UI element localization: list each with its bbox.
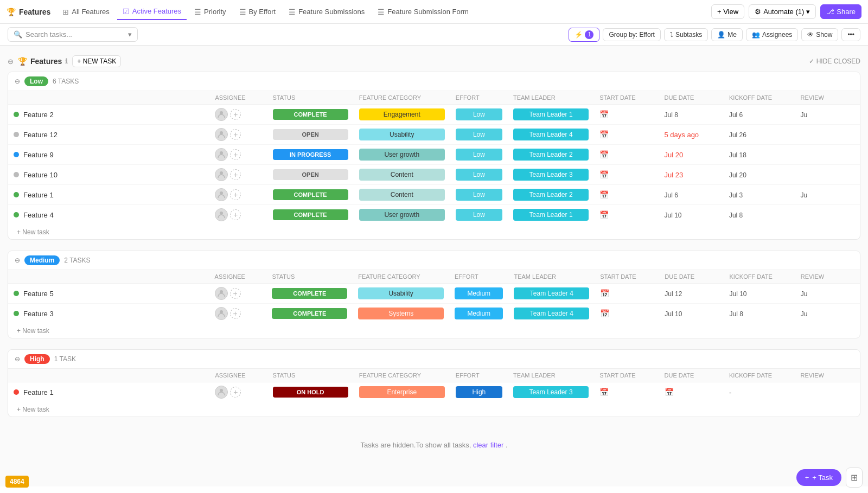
add-assignee-icon[interactable]: + — [230, 129, 241, 140]
effort-badge: Low — [456, 108, 502, 120]
add-assignee-icon[interactable]: + — [230, 209, 241, 220]
category-cell: Usability — [353, 284, 449, 304]
task-name[interactable]: Feature 4 — [23, 211, 54, 219]
add-task-button[interactable]: + + Task — [796, 469, 841, 486]
search-icon: 🔍 — [14, 30, 22, 39]
collapse-icon-high[interactable]: ⊖ — [15, 355, 20, 363]
more-options-chip[interactable]: ••• — [841, 28, 860, 41]
tab-feature-submission-form[interactable]: ☰ Feature Submission Form — [372, 4, 474, 20]
task-name[interactable]: Feature 10 — [23, 171, 58, 179]
effort-cell: High — [450, 382, 508, 402]
view-button[interactable]: + View — [711, 4, 744, 19]
start-date-calendar-icon[interactable]: 📅 — [599, 210, 609, 219]
task-status-dot — [14, 311, 19, 316]
start-date-cell: 📅 — [594, 165, 659, 185]
me-chip[interactable]: 👤 Me — [711, 28, 743, 41]
show-chip[interactable]: 👁 Show — [801, 28, 838, 41]
grid-view-button[interactable]: ⊞ — [846, 468, 863, 486]
grid-icon: ⊞ — [851, 473, 858, 482]
task-name[interactable]: Feature 3 — [23, 310, 54, 318]
tab-active-features[interactable]: ☑ Active Features — [117, 4, 187, 20]
add-assignee-icon[interactable]: + — [230, 149, 241, 160]
share-label: Share — [837, 8, 856, 16]
add-assignee-icon[interactable]: + — [230, 288, 241, 299]
kickoff-date-cell: Jul 18 — [724, 145, 795, 165]
share-button[interactable]: ⎇ Share — [820, 4, 861, 19]
status-cell: IN PROGRESS — [267, 145, 354, 165]
task-name[interactable]: Feature 1 — [23, 191, 54, 199]
tab-feature-submissions[interactable]: ☰ Feature Submissions — [283, 4, 370, 20]
start-date-calendar-icon[interactable]: 📅 — [599, 110, 609, 119]
add-assignee-icon[interactable]: + — [230, 189, 241, 200]
col-header-category: FEATURE CATEGORY — [354, 369, 450, 382]
col-header-effort: EFFORT — [450, 369, 508, 382]
task-name[interactable]: Feature 9 — [23, 151, 54, 159]
tab-feature-submissions-label: Feature Submissions — [298, 8, 365, 16]
page-title: Features — [30, 57, 62, 66]
add-assignee-icon[interactable]: + — [230, 308, 241, 319]
add-assignee-icon[interactable]: + — [230, 387, 241, 398]
add-task-plus-icon: + — [805, 473, 809, 482]
col-header-team-leader: TEAM LEADER — [508, 270, 595, 284]
start-date-calendar-icon[interactable]: 📅 — [600, 309, 609, 318]
due-date-value: Jul 10 — [665, 310, 682, 318]
new-task-button[interactable]: + NEW TASK — [72, 55, 121, 67]
review-cell: Ju — [795, 185, 860, 205]
due-date-cell: Jul 12 — [659, 284, 724, 304]
add-assignee-icon[interactable]: + — [230, 169, 241, 180]
add-assignee-icon[interactable]: + — [230, 109, 241, 120]
status-cell: COMPLETE — [267, 105, 354, 125]
start-date-calendar-icon[interactable]: 📅 — [599, 190, 609, 199]
priority-badge-medium: Medium — [24, 255, 60, 265]
task-name[interactable]: Feature 1 — [23, 388, 54, 396]
col-header-due-date: DUE DATE — [659, 369, 724, 382]
section-collapse-icon[interactable]: ⊖ — [8, 57, 14, 66]
filter-chip[interactable]: ⚡ 1 — [569, 28, 599, 42]
search-box[interactable]: 🔍 Search tasks... ▾ — [8, 27, 138, 42]
category-badge: Engagement — [359, 108, 445, 120]
col-header-category: FEATURE CATEGORY — [354, 91, 450, 105]
task-name-cell: Feature 1 — [8, 185, 209, 205]
team-leader-cell: Team Leader 4 — [508, 284, 595, 304]
task-name[interactable]: Feature 12 — [23, 131, 58, 139]
start-date-calendar-icon[interactable]: 📅 — [600, 289, 609, 298]
new-task-link-low[interactable]: + New task — [15, 227, 52, 237]
due-date-cell: Jul 8 — [659, 105, 724, 125]
automate-button[interactable]: ⚙ Automate (1) ▾ — [749, 4, 816, 19]
team-leader-cell: Team Leader 4 — [508, 125, 594, 145]
assignee-cell: + — [209, 382, 267, 402]
collapse-icon-medium[interactable]: ⊖ — [15, 257, 20, 264]
col-header-assignee: ASSIGNEE — [209, 91, 267, 105]
task-name[interactable]: Feature 5 — [23, 290, 54, 298]
collapse-icon-low[interactable]: ⊖ — [15, 78, 20, 85]
col-header-kickoff: KICKOFF DATE — [724, 270, 795, 284]
category-cell: User growth — [354, 145, 450, 165]
start-date-calendar-icon[interactable]: 📅 — [599, 170, 609, 179]
category-badge: User growth — [359, 149, 445, 161]
task-name-cell: Feature 3 — [8, 304, 209, 324]
by-effort-icon: ☰ — [239, 8, 246, 16]
assignee-avatar — [215, 386, 228, 399]
start-date-calendar-icon[interactable]: 📅 — [599, 130, 609, 139]
clear-filter-link[interactable]: clear filter — [473, 441, 503, 449]
status-badge: COMPLETE — [272, 288, 347, 299]
task-name[interactable]: Feature 2 — [23, 111, 54, 119]
group-by-chip[interactable]: Group by: Effort — [603, 28, 661, 41]
col-header-review: REVIEW — [795, 369, 860, 382]
tab-by-effort[interactable]: ☰ By Effort — [234, 4, 282, 20]
new-task-link-high[interactable]: + New task — [15, 405, 52, 414]
subtasks-chip[interactable]: ⤵ Subtasks — [664, 28, 708, 41]
tab-priority[interactable]: ☰ Priority — [189, 4, 231, 20]
assignees-chip[interactable]: 👥 Assignees — [746, 28, 798, 41]
hide-closed-button[interactable]: ✓ HIDE CLOSED — [809, 57, 860, 65]
status-badge: COMPLETE — [272, 308, 347, 319]
start-date-calendar-icon[interactable]: 📅 — [599, 150, 609, 159]
due-date-calendar-icon[interactable]: 📅 — [665, 388, 674, 396]
task-table-high: ASSIGNEE STATUS FEATURE CATEGORY EFFORT … — [8, 369, 860, 402]
new-task-link-medium[interactable]: + New task — [15, 326, 52, 336]
tab-all-features[interactable]: ⊞ All Features — [57, 4, 114, 20]
start-date-calendar-icon[interactable]: 📅 — [599, 388, 609, 396]
svg-point-3 — [220, 171, 223, 175]
start-date-cell: 📅 — [594, 205, 659, 225]
kickoff-date-value: - — [729, 389, 731, 396]
